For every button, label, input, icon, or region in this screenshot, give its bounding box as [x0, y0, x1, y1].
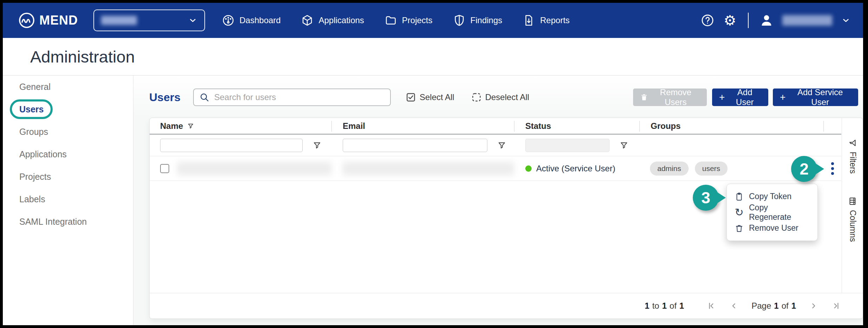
chevron-down-icon — [188, 16, 197, 25]
reports-file-icon — [522, 14, 535, 27]
previous-page-button[interactable] — [729, 301, 739, 311]
row-context-menu: Copy Token ↻ Copy Regenerate Remove User — [726, 184, 818, 241]
nav-label: Reports — [540, 15, 570, 25]
name-filter-funnel-icon[interactable] — [313, 141, 322, 150]
mend-logo: MEND — [18, 12, 78, 29]
deselect-all-label: Deselect All — [485, 92, 529, 102]
trash-icon — [640, 93, 648, 102]
email-filter-input[interactable] — [343, 139, 487, 152]
sidebar-item-groups[interactable]: Groups — [3, 120, 133, 143]
first-page-button[interactable] — [706, 301, 716, 311]
settings-button[interactable]: ⚙ — [723, 14, 737, 27]
next-page-button[interactable] — [809, 301, 818, 311]
column-header-groups[interactable]: Groups — [639, 118, 823, 134]
top-navbar: MEND Dashboard — [3, 3, 863, 38]
name-filter-input[interactable] — [160, 139, 303, 152]
filters-rail-tab[interactable]: Filters — [842, 138, 863, 174]
user-name-redacted — [782, 15, 832, 26]
org-name-redacted — [101, 16, 137, 25]
trash-icon — [735, 224, 744, 233]
status-filter-input — [525, 139, 610, 152]
sidebar-item-general[interactable]: General — [3, 76, 133, 98]
last-page-icon — [831, 301, 841, 310]
organization-selector[interactable] — [93, 9, 205, 31]
column-header-actions — [823, 118, 841, 134]
sidebar-item-applications[interactable]: Applications — [3, 143, 133, 165]
status-text: Active (Service User) — [536, 164, 615, 173]
select-all-button[interactable]: Select All — [406, 92, 454, 103]
user-menu-chevron-icon[interactable] — [841, 16, 850, 25]
columns-rail-tab[interactable]: Columns — [842, 197, 863, 242]
table-header-row: Name Email Status Groups — [150, 118, 841, 135]
column-header-name[interactable]: Name — [150, 118, 331, 134]
remove-users-button[interactable]: Remove Users — [633, 88, 707, 106]
menu-item-label: Remove User — [749, 223, 798, 233]
last-page-button[interactable] — [831, 301, 841, 311]
deselect-all-icon — [471, 92, 482, 103]
sidebar-item-saml-integration[interactable]: SAML Integration — [3, 210, 133, 233]
table-footer: 1 to 1 of 1 — [150, 293, 863, 319]
menu-item-label: Copy Token — [749, 192, 791, 201]
name-column-filter-icon[interactable] — [187, 123, 194, 130]
group-badge: admins — [650, 162, 689, 176]
column-header-email[interactable]: Email — [331, 118, 514, 134]
columns-grid-icon — [848, 197, 857, 206]
remove-users-label: Remove Users — [652, 87, 700, 107]
filters-funnel-icon — [848, 138, 857, 147]
sidebar-item-users[interactable]: Users — [3, 98, 133, 120]
nav-label: Findings — [471, 15, 502, 25]
user-avatar-icon — [760, 14, 773, 27]
previous-page-icon — [729, 301, 738, 310]
menu-item-label: Copy Regenerate — [749, 203, 810, 222]
findings-shield-icon — [453, 14, 466, 27]
user-menu[interactable] — [760, 14, 773, 27]
row-checkbox[interactable] — [160, 164, 169, 173]
row-actions-kebab-icon[interactable] — [829, 160, 836, 177]
nav-item-dashboard[interactable]: Dashboard — [222, 14, 281, 27]
brand-name: MEND — [39, 13, 78, 28]
annotation-step-3: 3 — [693, 185, 719, 211]
plus-icon: + — [719, 92, 725, 102]
nav-item-reports[interactable]: Reports — [522, 14, 570, 27]
email-filter-funnel-icon[interactable] — [497, 141, 506, 150]
pagination-range: 1 to 1 of 1 — [645, 301, 684, 311]
page-title: Administration — [30, 47, 135, 66]
menu-item-copy-token[interactable]: Copy Token — [727, 189, 817, 204]
page-indicator: Page 1 of 1 — [751, 301, 796, 311]
plus-icon: + — [780, 92, 785, 102]
status-filter-funnel-icon[interactable] — [619, 141, 629, 150]
app-window: MEND Dashboard — [3, 3, 863, 325]
add-service-user-button[interactable]: + Add Service User — [773, 88, 858, 106]
column-header-status[interactable]: Status — [514, 118, 639, 134]
menu-item-remove-user[interactable]: Remove User — [727, 220, 817, 236]
deselect-all-button[interactable]: Deselect All — [471, 92, 529, 103]
settings-gear-icon: ⚙ — [724, 13, 736, 27]
annotation-step-2: 2 — [791, 156, 817, 182]
nav-item-findings[interactable]: Findings — [453, 14, 502, 27]
filters-rail-label: Filters — [848, 152, 857, 174]
nav-item-applications[interactable]: Applications — [301, 14, 364, 27]
side-rail: Filters Columns — [842, 118, 863, 293]
help-button[interactable] — [701, 14, 714, 27]
content-area: General Users Groups Applications Projec… — [3, 76, 863, 325]
add-user-button[interactable]: + Add User — [712, 88, 768, 106]
add-user-label: Add User — [728, 87, 761, 107]
pagination-controls: Page 1 of 1 — [706, 301, 841, 311]
sidebar-item-projects[interactable]: Projects — [3, 165, 133, 188]
users-heading: Users — [149, 91, 180, 104]
admin-sidebar: General Users Groups Applications Projec… — [3, 76, 133, 325]
applications-cube-icon — [301, 14, 314, 27]
projects-folder-icon — [384, 14, 397, 27]
search-icon — [199, 92, 209, 102]
columns-rail-label: Columns — [848, 210, 857, 242]
nav-label: Dashboard — [239, 15, 281, 25]
next-page-icon — [809, 301, 818, 310]
select-all-checkbox-icon — [406, 92, 416, 103]
search-input[interactable] — [214, 92, 384, 102]
add-service-user-label: Add Service User — [789, 87, 851, 107]
user-search-box — [193, 88, 391, 106]
nav-item-projects[interactable]: Projects — [384, 14, 433, 27]
users-toolbar: Users Select All Deselect All — [149, 87, 858, 107]
menu-item-copy-regenerate[interactable]: ↻ Copy Regenerate — [727, 204, 817, 220]
sidebar-item-labels[interactable]: Labels — [3, 188, 133, 210]
